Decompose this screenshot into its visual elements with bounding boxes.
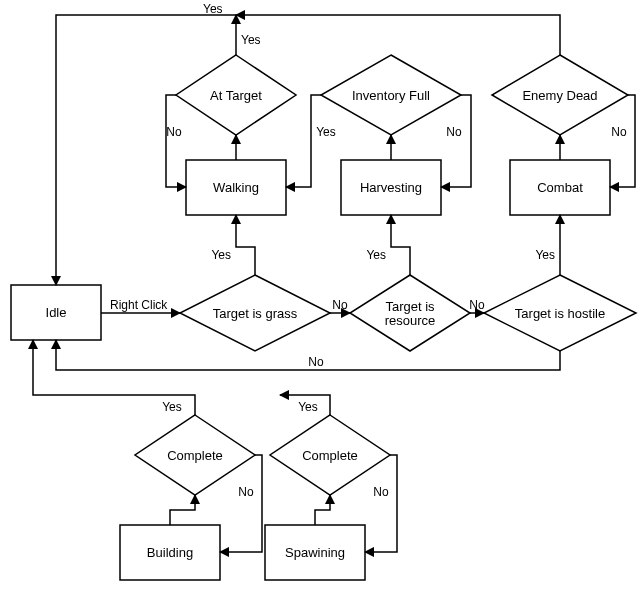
- node-inventory-full: Inventory Full: [321, 55, 461, 135]
- node-building: Building: [120, 525, 220, 580]
- node-idle: Idle: [11, 285, 101, 340]
- edge-resource-yes: [391, 215, 410, 275]
- label-complete1: Complete: [167, 448, 223, 463]
- node-target-grass: Target is grass: [180, 275, 330, 351]
- node-target-resource: Target is resource: [350, 275, 470, 351]
- edge-attarget-no: [166, 95, 186, 187]
- edge-invfull-no: [441, 95, 471, 187]
- label-building: Building: [147, 545, 193, 560]
- edge-label-attarget-no: No: [166, 125, 182, 139]
- edge-label-invfull-yes: Yes: [316, 125, 336, 139]
- node-complete-spawning: Complete: [270, 415, 390, 495]
- node-enemy-dead: Enemy Dead: [492, 55, 628, 135]
- label-walking: Walking: [213, 180, 259, 195]
- edge-label-invfull-no: No: [446, 125, 462, 139]
- edge-invfull-yes: [286, 95, 321, 187]
- label-enemy-dead: Enemy Dead: [522, 88, 597, 103]
- edge-label-enemydead-yes: Yes: [203, 2, 223, 16]
- edge-label-grass-yes: Yes: [211, 248, 231, 262]
- edge-label-enemydead-no: No: [611, 125, 627, 139]
- edge-enemydead-no: [610, 95, 635, 187]
- edge-label-grass-no: No: [332, 298, 348, 312]
- node-walking: Walking: [186, 160, 286, 215]
- label-target-grass: Target is grass: [213, 306, 298, 321]
- edge-label-complete1-no: No: [238, 485, 254, 499]
- node-at-target: At Target: [176, 55, 296, 135]
- edge-label-resource-yes: Yes: [366, 248, 386, 262]
- node-spawning: Spawining: [265, 525, 365, 580]
- label-harvesting: Harvesting: [360, 180, 422, 195]
- edge-building-to-complete: [170, 495, 195, 525]
- flowchart-canvas: Idle Walking Harvesting Combat Building …: [0, 0, 640, 589]
- node-harvesting: Harvesting: [341, 160, 441, 215]
- edge-complete2-no: [365, 455, 397, 552]
- edge-label-complete1-yes: Yes: [162, 400, 182, 414]
- label-inventory-full: Inventory Full: [352, 88, 430, 103]
- edge-label-hostile-no: No: [308, 355, 324, 369]
- label-at-target: At Target: [210, 88, 262, 103]
- label-target-hostile: Target is hostile: [515, 306, 605, 321]
- edge-label-right-click: Right Click: [110, 298, 168, 312]
- label-target-resource-2: resource: [385, 313, 436, 328]
- label-spawning: Spawining: [285, 545, 345, 560]
- node-complete-building: Complete: [135, 415, 255, 495]
- edge-top-to-idle: [56, 15, 236, 285]
- edge-label-attarget-yes: Yes: [241, 33, 261, 47]
- edge-grass-yes: [236, 215, 255, 275]
- edge-label-complete2-no: No: [373, 485, 389, 499]
- edge-label-hostile-yes: Yes: [535, 248, 555, 262]
- edge-enemydead-yes: [236, 15, 560, 55]
- label-complete2: Complete: [302, 448, 358, 463]
- label-target-resource-1: Target is: [385, 299, 435, 314]
- edge-spawning-to-complete: [315, 495, 330, 525]
- edge-label-resource-no: No: [469, 298, 485, 312]
- edge-label-complete2-yes: Yes: [298, 400, 318, 414]
- node-combat: Combat: [510, 160, 610, 215]
- label-idle: Idle: [46, 305, 67, 320]
- label-combat: Combat: [537, 180, 583, 195]
- node-target-hostile: Target is hostile: [484, 275, 636, 351]
